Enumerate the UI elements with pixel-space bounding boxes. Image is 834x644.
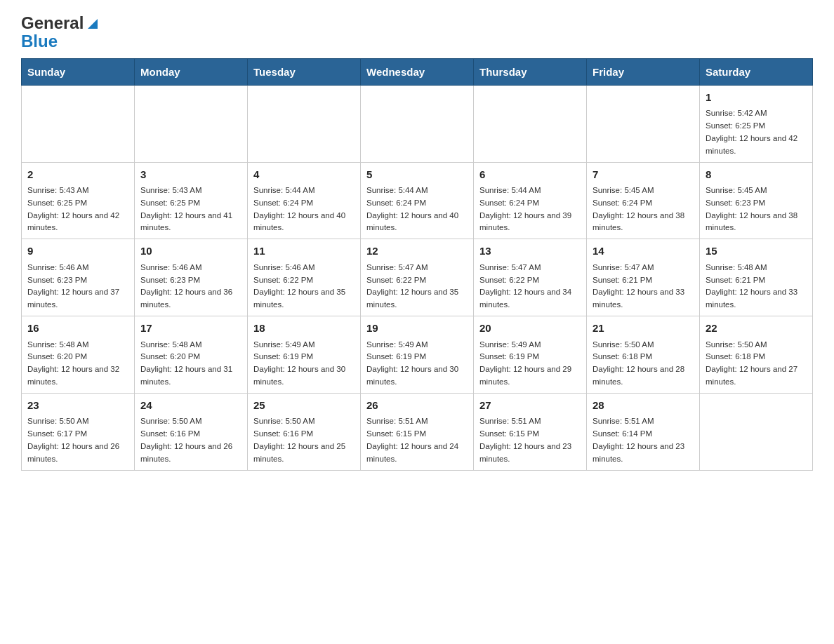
calendar-week-row: 1Sunrise: 5:42 AM Sunset: 6:25 PM Daylig… [22,85,813,162]
day-info: Sunrise: 5:50 AM Sunset: 6:16 PM Dayligh… [253,415,355,465]
calendar-cell: 17Sunrise: 5:48 AM Sunset: 6:20 PM Dayli… [135,316,248,394]
weekday-header-tuesday: Tuesday [248,58,361,85]
day-info: Sunrise: 5:49 AM Sunset: 6:19 PM Dayligh… [253,339,355,389]
day-info: Sunrise: 5:50 AM Sunset: 6:18 PM Dayligh… [593,339,694,389]
day-number: 11 [253,243,355,260]
calendar-cell: 22Sunrise: 5:50 AM Sunset: 6:18 PM Dayli… [700,316,813,394]
day-number: 18 [253,321,355,337]
day-number: 6 [479,167,581,183]
day-number: 1 [706,90,807,106]
calendar-cell: 15Sunrise: 5:48 AM Sunset: 6:21 PM Dayli… [700,239,813,316]
weekday-header-saturday: Saturday [700,58,813,85]
day-number: 5 [366,167,468,183]
day-info: Sunrise: 5:46 AM Sunset: 6:23 PM Dayligh… [27,262,128,311]
calendar-cell: 18Sunrise: 5:49 AM Sunset: 6:19 PM Dayli… [248,316,361,394]
day-info: Sunrise: 5:42 AM Sunset: 6:25 PM Dayligh… [706,107,807,157]
day-info: Sunrise: 5:43 AM Sunset: 6:25 PM Dayligh… [140,185,241,234]
day-info: Sunrise: 5:49 AM Sunset: 6:19 PM Dayligh… [479,339,581,389]
calendar-week-row: 23Sunrise: 5:50 AM Sunset: 6:17 PM Dayli… [22,393,813,470]
day-info: Sunrise: 5:51 AM Sunset: 6:15 PM Dayligh… [366,415,468,465]
calendar-cell: 7Sunrise: 5:45 AM Sunset: 6:24 PM Daylig… [587,162,700,239]
calendar-cell: 13Sunrise: 5:47 AM Sunset: 6:22 PM Dayli… [474,239,587,316]
day-info: Sunrise: 5:51 AM Sunset: 6:15 PM Dayligh… [479,415,581,465]
weekday-header-friday: Friday [587,58,700,85]
day-number: 26 [366,398,468,414]
calendar-cell: 4Sunrise: 5:44 AM Sunset: 6:24 PM Daylig… [248,162,361,239]
weekday-header-wednesday: Wednesday [361,58,474,85]
calendar-cell: 24Sunrise: 5:50 AM Sunset: 6:16 PM Dayli… [135,393,248,470]
day-number: 4 [253,167,355,183]
day-info: Sunrise: 5:44 AM Sunset: 6:24 PM Dayligh… [366,185,468,234]
calendar-week-row: 16Sunrise: 5:48 AM Sunset: 6:20 PM Dayli… [22,316,813,394]
calendar-cell [361,85,474,162]
day-info: Sunrise: 5:47 AM Sunset: 6:22 PM Dayligh… [479,262,581,311]
calendar-cell: 11Sunrise: 5:46 AM Sunset: 6:22 PM Dayli… [248,239,361,316]
day-info: Sunrise: 5:46 AM Sunset: 6:22 PM Dayligh… [253,262,355,311]
day-info: Sunrise: 5:46 AM Sunset: 6:23 PM Dayligh… [140,262,241,311]
calendar-cell [474,85,587,162]
calendar-cell: 10Sunrise: 5:46 AM Sunset: 6:23 PM Dayli… [135,239,248,316]
day-number: 25 [253,398,355,414]
calendar-cell: 23Sunrise: 5:50 AM Sunset: 6:17 PM Dayli… [22,393,135,470]
calendar-cell: 20Sunrise: 5:49 AM Sunset: 6:19 PM Dayli… [474,316,587,394]
day-number: 15 [706,243,807,260]
weekday-header-row: SundayMondayTuesdayWednesdayThursdayFrid… [22,58,813,85]
day-info: Sunrise: 5:48 AM Sunset: 6:20 PM Dayligh… [140,339,241,389]
day-number: 21 [593,321,694,337]
weekday-header-sunday: Sunday [22,58,135,85]
day-info: Sunrise: 5:49 AM Sunset: 6:19 PM Dayligh… [366,339,468,389]
logo-arrow-icon [85,16,100,32]
logo-wordmark: General Blue [21,14,100,51]
day-info: Sunrise: 5:50 AM Sunset: 6:17 PM Dayligh… [27,415,128,465]
day-number: 27 [479,398,581,414]
day-number: 20 [479,321,581,337]
calendar-cell: 27Sunrise: 5:51 AM Sunset: 6:15 PM Dayli… [474,393,587,470]
calendar-cell: 6Sunrise: 5:44 AM Sunset: 6:24 PM Daylig… [474,162,587,239]
calendar-cell: 25Sunrise: 5:50 AM Sunset: 6:16 PM Dayli… [248,393,361,470]
day-info: Sunrise: 5:45 AM Sunset: 6:24 PM Dayligh… [593,185,694,234]
day-number: 14 [593,243,694,260]
logo-blue-text: Blue [21,32,58,51]
day-number: 10 [140,243,241,260]
calendar-cell: 21Sunrise: 5:50 AM Sunset: 6:18 PM Dayli… [587,316,700,394]
day-number: 7 [593,167,694,183]
calendar-cell: 28Sunrise: 5:51 AM Sunset: 6:14 PM Dayli… [587,393,700,470]
calendar-cell [587,85,700,162]
day-info: Sunrise: 5:50 AM Sunset: 6:18 PM Dayligh… [706,339,807,389]
day-info: Sunrise: 5:48 AM Sunset: 6:20 PM Dayligh… [27,339,128,389]
logo-general-text: General [21,14,84,32]
calendar-cell: 16Sunrise: 5:48 AM Sunset: 6:20 PM Dayli… [22,316,135,394]
calendar-week-row: 2Sunrise: 5:43 AM Sunset: 6:25 PM Daylig… [22,162,813,239]
weekday-header-monday: Monday [135,58,248,85]
logo: General Blue [21,14,100,51]
day-number: 28 [593,398,694,414]
day-info: Sunrise: 5:48 AM Sunset: 6:21 PM Dayligh… [706,262,807,311]
day-number: 24 [140,398,241,414]
day-number: 9 [27,243,128,260]
day-info: Sunrise: 5:47 AM Sunset: 6:21 PM Dayligh… [593,262,694,311]
day-info: Sunrise: 5:43 AM Sunset: 6:25 PM Dayligh… [27,185,128,234]
svg-marker-0 [88,19,98,29]
calendar-cell: 9Sunrise: 5:46 AM Sunset: 6:23 PM Daylig… [22,239,135,316]
calendar-cell: 5Sunrise: 5:44 AM Sunset: 6:24 PM Daylig… [361,162,474,239]
day-info: Sunrise: 5:50 AM Sunset: 6:16 PM Dayligh… [140,415,241,465]
day-info: Sunrise: 5:45 AM Sunset: 6:23 PM Dayligh… [706,185,807,234]
day-number: 23 [27,398,128,414]
calendar-table: SundayMondayTuesdayWednesdayThursdayFrid… [21,58,813,471]
calendar-cell: 14Sunrise: 5:47 AM Sunset: 6:21 PM Dayli… [587,239,700,316]
calendar-cell [700,393,813,470]
calendar-cell: 12Sunrise: 5:47 AM Sunset: 6:22 PM Dayli… [361,239,474,316]
day-number: 16 [27,321,128,337]
calendar-cell: 26Sunrise: 5:51 AM Sunset: 6:15 PM Dayli… [361,393,474,470]
day-number: 8 [706,167,807,183]
day-info: Sunrise: 5:44 AM Sunset: 6:24 PM Dayligh… [479,185,581,234]
day-number: 3 [140,167,241,183]
weekday-header-thursday: Thursday [474,58,587,85]
calendar-cell [22,85,135,162]
calendar-cell [135,85,248,162]
calendar-cell: 19Sunrise: 5:49 AM Sunset: 6:19 PM Dayli… [361,316,474,394]
calendar-cell: 3Sunrise: 5:43 AM Sunset: 6:25 PM Daylig… [135,162,248,239]
day-number: 2 [27,167,128,183]
day-info: Sunrise: 5:44 AM Sunset: 6:24 PM Dayligh… [253,185,355,234]
day-number: 17 [140,321,241,337]
